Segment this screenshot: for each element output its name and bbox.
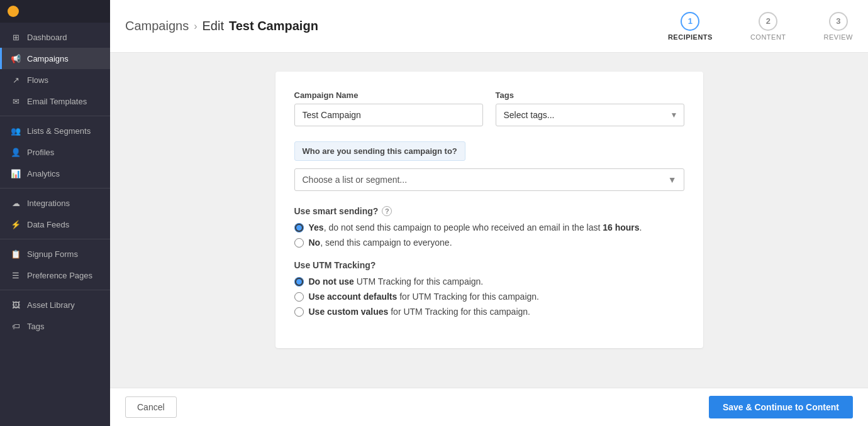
profiles-icon: 👤	[11, 147, 21, 157]
footer: Cancel Save & Continue to Content	[110, 388, 868, 426]
utm-account-text: Use account defaults for UTM Tracking fo…	[309, 292, 539, 302]
smart-sending-no-radio[interactable]	[294, 238, 304, 248]
breadcrumb: Campaigns › Edit Test Campaign	[125, 19, 318, 33]
nav-divider-2	[0, 188, 110, 188]
analytics-icon: 📊	[11, 168, 21, 178]
campaign-name-label: Campaign Name	[294, 90, 483, 100]
recipient-select[interactable]: Choose a list or segment...	[294, 168, 684, 191]
smart-sending-yes-option[interactable]: Yes, do not send this campaign to people…	[294, 222, 684, 232]
topbar: Campaigns › Edit Test Campaign 1 RECIPIE…	[110, 0, 868, 53]
nav-divider-4	[0, 290, 110, 290]
sidebar-item-label-campaigns: Campaigns	[27, 54, 69, 63]
recipients-section-label: Who are you sending this campaign to?	[294, 141, 465, 161]
data-feeds-icon: ⚡	[11, 219, 21, 229]
stepper: 1 RECIPIENTS 2 CONTENT 3 REVIEW	[668, 12, 853, 41]
sidebar-item-lists-segments[interactable]: 👥 Lists & Segments	[0, 120, 110, 141]
smart-sending-radio-group: Yes, do not send this campaign to people…	[294, 222, 684, 248]
utm-custom-values-option[interactable]: Use custom values for UTM Tracking for t…	[294, 307, 684, 317]
smart-sending-no-option[interactable]: No, send this campaign to everyone.	[294, 238, 684, 248]
recipients-section: Who are you sending this campaign to? Ch…	[294, 141, 684, 191]
utm-do-not-use-option[interactable]: Do not use UTM Tracking for this campaig…	[294, 276, 684, 287]
utm-none-radio[interactable]	[294, 277, 304, 287]
utm-radio-group: Do not use UTM Tracking for this campaig…	[294, 276, 684, 317]
sidebar-item-label-integrations: Integrations	[27, 199, 70, 208]
tags-select[interactable]: Select tags...	[496, 104, 684, 126]
smart-sending-yes-text: Yes, do not send this campaign to people…	[309, 222, 642, 232]
sidebar-item-label-data-feeds: Data Feeds	[27, 220, 69, 229]
sidebar-item-label-profiles: Profiles	[27, 148, 54, 157]
utm-account-defaults-option[interactable]: Use account defaults for UTM Tracking fo…	[294, 292, 684, 302]
save-continue-button[interactable]: Save & Continue to Content	[709, 396, 853, 418]
sidebar-item-preference-pages[interactable]: ☰ Preference Pages	[0, 265, 110, 286]
logo-area	[0, 0, 110, 23]
sidebar-item-label-tags: Tags	[27, 322, 44, 331]
preference-icon: ☰	[11, 270, 21, 280]
sidebar-nav: ⊞ Dashboard 📢 Campaigns ↗ Flows ✉ Email …	[0, 23, 110, 341]
sidebar-item-flows[interactable]: ↗ Flows	[0, 69, 110, 90]
asset-icon: 🖼	[11, 300, 21, 310]
campaign-name-input[interactable]	[294, 104, 483, 126]
sidebar-item-label-dashboard: Dashboard	[27, 33, 67, 42]
megaphone-icon: 📢	[11, 53, 21, 63]
nav-divider-3	[0, 239, 110, 239]
breadcrumb-separator: ›	[194, 21, 197, 32]
smart-sending-section: Use smart sending? ? Yes, do not send th…	[294, 206, 684, 248]
breadcrumb-campaign-name: Test Campaign	[229, 19, 318, 33]
tags-label: Tags	[496, 90, 684, 100]
step-content: 2 CONTENT	[750, 12, 786, 41]
utm-custom-text: Use custom values for UTM Tracking for t…	[309, 307, 530, 317]
sidebar-item-campaigns[interactable]: 📢 Campaigns	[0, 48, 110, 69]
step-label-review: REVIEW	[824, 33, 853, 41]
email-icon: ✉	[11, 96, 21, 106]
integrations-icon: ☁	[11, 198, 21, 208]
sidebar-item-data-feeds[interactable]: ⚡ Data Feeds	[0, 214, 110, 235]
step-circle-1: 1	[681, 12, 699, 31]
page-content: Campaign Name Tags Select tags... ▼ Who …	[110, 53, 868, 388]
sidebar-item-asset-library[interactable]: 🖼 Asset Library	[0, 294, 110, 315]
sidebar: ⊞ Dashboard 📢 Campaigns ↗ Flows ✉ Email …	[0, 0, 110, 426]
sidebar-item-label-signup: Signup Forms	[27, 249, 78, 259]
sidebar-item-integrations[interactable]: ☁ Integrations	[0, 192, 110, 214]
tags-icon: 🏷	[11, 321, 21, 331]
sidebar-item-dashboard[interactable]: ⊞ Dashboard	[0, 26, 110, 48]
sidebar-item-tags[interactable]: 🏷 Tags	[0, 315, 110, 337]
utm-custom-radio[interactable]	[294, 307, 304, 317]
sidebar-item-signup-forms[interactable]: 📋 Signup Forms	[0, 243, 110, 265]
signup-icon: 📋	[11, 249, 21, 259]
smart-sending-yes-radio[interactable]	[294, 223, 304, 232]
logo-icon	[8, 6, 19, 17]
tags-select-wrapper: Select tags... ▼	[496, 104, 684, 126]
form-group-campaign-name: Campaign Name	[294, 90, 483, 126]
sidebar-item-label-asset: Asset Library	[27, 300, 75, 310]
sidebar-item-label-email-templates: Email Templates	[27, 97, 87, 106]
sidebar-item-label-flows: Flows	[27, 75, 48, 85]
sidebar-item-label-lists: Lists & Segments	[27, 126, 91, 136]
smart-sending-help-icon[interactable]: ?	[382, 206, 392, 216]
utm-section: Use UTM Tracking? Do not use UTM Trackin…	[294, 260, 684, 317]
form-row-name-tags: Campaign Name Tags Select tags... ▼	[294, 90, 684, 126]
step-review: 3 REVIEW	[824, 12, 853, 41]
utm-title: Use UTM Tracking?	[294, 260, 684, 270]
lists-icon: 👥	[11, 126, 21, 136]
smart-sending-no-text: No, send this campaign to everyone.	[309, 238, 452, 248]
step-label-content: CONTENT	[750, 33, 786, 41]
sidebar-item-label-analytics: Analytics	[27, 169, 60, 178]
sidebar-item-label-preference: Preference Pages	[27, 271, 92, 280]
form-card: Campaign Name Tags Select tags... ▼ Who …	[275, 72, 703, 348]
grid-icon: ⊞	[11, 32, 21, 42]
sidebar-item-email-templates[interactable]: ✉ Email Templates	[0, 90, 110, 112]
recipient-select-wrapper: Choose a list or segment... ▼	[294, 168, 684, 191]
step-recipients: 1 RECIPIENTS	[668, 12, 713, 41]
utm-none-text: Do not use UTM Tracking for this campaig…	[309, 276, 484, 287]
cancel-button[interactable]: Cancel	[125, 396, 177, 418]
form-group-tags: Tags Select tags... ▼	[496, 90, 684, 126]
sidebar-item-profiles[interactable]: 👤 Profiles	[0, 141, 110, 163]
utm-account-radio[interactable]	[294, 292, 304, 302]
step-label-recipients: RECIPIENTS	[668, 33, 713, 41]
breadcrumb-campaigns[interactable]: Campaigns	[125, 19, 189, 33]
breadcrumb-edit: Edit	[203, 19, 224, 33]
step-circle-3: 3	[829, 12, 848, 31]
smart-sending-title: Use smart sending? ?	[294, 206, 684, 216]
sidebar-item-analytics[interactable]: 📊 Analytics	[0, 163, 110, 184]
main-content: Campaigns › Edit Test Campaign 1 RECIPIE…	[110, 0, 868, 426]
